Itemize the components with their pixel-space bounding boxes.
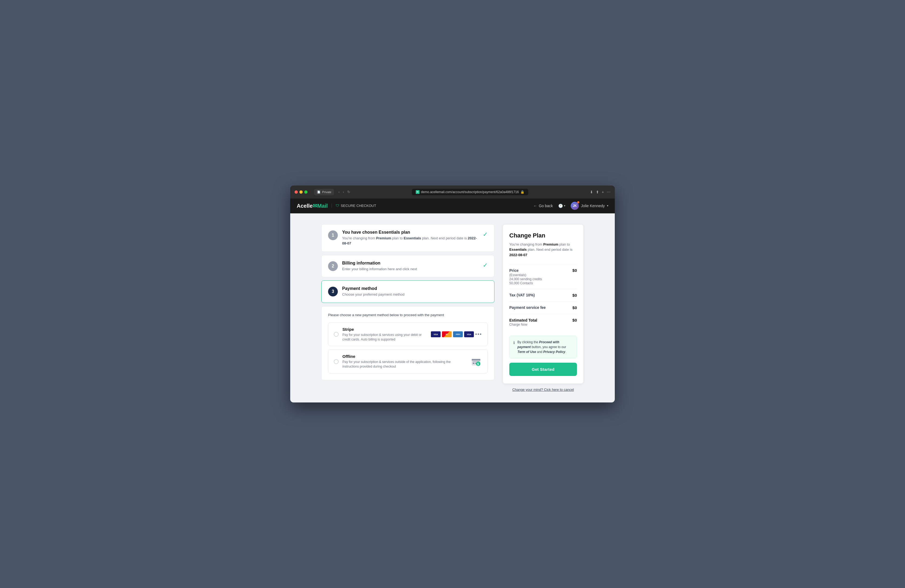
offline-icon-svg: $ [471,356,481,367]
offline-desc: Pay for your subscription & services out… [343,360,466,369]
app-header: Acelle✉Mail 🛡 SECURE CHECKOUT ← Go back … [290,199,615,213]
price-row: Price (Essentials) 24,000 sending credit… [509,264,577,289]
offline-radio[interactable] [334,359,339,364]
step-3-subtitle: Choose your preferred payment method [342,292,487,297]
go-back-button[interactable]: ← Go back [533,203,553,208]
nav-forward[interactable]: › [343,190,344,194]
info-icon: ℹ [513,340,515,354]
secure-checkout-badge: 🛡 SECURE CHECKOUT [332,203,376,208]
visa-card-icon: VISA [431,331,441,337]
step-3-title: Payment method [342,286,487,291]
summary-subtitle: You're changing from Premium plan to Ess… [509,242,577,258]
summary-title: Change Plan [509,232,577,239]
step-3-card: 3 Payment method Choose your preferred p… [321,280,494,303]
offline-info: Offline Pay for your subscription & serv… [343,354,466,369]
share-icon[interactable]: ⬆ [596,190,599,194]
header-right: ← Go back 🕐 ▾ JK Jolie Kennedy ▾ [533,202,608,210]
right-column: Change Plan You're changing from Premium… [503,224,584,392]
step-2-content: Billing information Enter your billing i… [342,261,478,272]
stripe-info: Stripe Pay for your subscription & servi… [343,327,427,342]
estimated-total-label-group: Estimated Total Charge Now [509,318,537,326]
step-2-card: 2 Billing information Enter your billing… [321,255,494,278]
app-logo: Acelle✉Mail 🛡 SECURE CHECKOUT [297,203,376,209]
info-box: ℹ By clicking the Proceed with payment b… [509,336,577,358]
maximize-button[interactable] [304,191,308,194]
step-2-number: 2 [328,261,338,271]
secure-checkout-label: SECURE CHECKOUT [341,203,376,208]
svg-rect-1 [472,359,480,361]
stripe-name: Stripe [343,327,427,332]
card-icons: VISA MC AMEX VISA ••• [431,331,482,337]
tax-value: $0 [572,293,577,297]
tab-favicon: 📄 [317,190,321,194]
history-button[interactable]: 🕐 ▾ [558,203,565,208]
browser-nav-icons: ⬇ ⬆ + ⋯ [590,190,610,194]
tab-label: Private [322,191,331,194]
user-name: Jolie Kennedy [581,203,605,208]
more-cards-icon: ••• [475,332,482,337]
chevron-down-icon: ▾ [564,204,565,207]
tax-row: Tax (VAT 10%) $0 [509,289,577,301]
estimated-total-row: Estimated Total Charge Now $0 [509,314,577,330]
payment-options-card: Please choose a new payment method below… [321,306,494,380]
close-button[interactable] [295,191,298,194]
cancel-link[interactable]: Change your mind? Cick here to cancel [503,388,584,392]
step-2-check-icon: ✓ [483,262,487,269]
minimize-button[interactable] [299,191,303,194]
step-1-check-icon: ✓ [483,231,487,238]
summary-card: Change Plan You're changing from Premium… [503,224,584,384]
logo-text: Acelle✉Mail [297,203,328,209]
browser-titlebar: 📄 Private ‹ › ↻ M demo.acellemail.com/ac… [290,186,615,199]
user-menu[interactable]: JK Jolie Kennedy ▾ [571,202,608,210]
price-value: $0 [572,268,577,273]
url-text: demo.acellemail.com/account/subscription… [421,190,519,194]
step-1-number: 1 [328,230,338,240]
shield-icon: 🛡 [336,203,339,208]
step-1-content: You have chosen Essentials plan You're c… [342,230,478,246]
menu-icon[interactable]: ⋯ [607,190,610,194]
step-3-number: 3 [328,287,338,296]
new-tab-icon[interactable]: + [602,190,604,194]
go-back-label: Go back [539,203,553,208]
step-3-content: Payment method Choose your preferred pay… [342,286,487,297]
clock-icon: 🕐 [558,203,563,208]
address-favicon: M [416,190,419,194]
visa2-card-icon: VISA [464,331,474,337]
info-text: By clicking the Proceed with payment but… [518,340,573,354]
logo-highlight: ✉Mail [313,203,328,209]
tax-label: Tax (VAT 10%) [509,293,535,297]
avatar: JK [571,202,579,210]
left-column: 1 You have chosen Essentials plan You're… [321,224,494,380]
nav-refresh[interactable]: ↻ [347,190,350,194]
address-bar-area: M demo.acellemail.com/account/subscripti… [354,189,587,195]
get-started-button[interactable]: Get Started [509,363,577,376]
svg-rect-2 [473,363,475,364]
address-bar[interactable]: M demo.acellemail.com/account/subscripti… [412,189,529,195]
amex-icon: AMEX [453,331,463,337]
service-fee-value: $0 [572,305,577,310]
secure-lock-icon: 🔒 [521,190,524,194]
traffic-lights [295,191,308,194]
step-1-title: You have chosen Essentials plan [342,230,478,235]
svg-text:$: $ [477,362,479,366]
offline-payment-option[interactable]: Offline Pay for your subscription & serv… [328,350,487,373]
back-arrow-icon: ← [533,203,537,208]
offline-name: Offline [343,354,466,359]
browser-window: 📄 Private ‹ › ↻ M demo.acellemail.com/ac… [290,186,615,403]
step-1-subtitle: You're changing from Premium plan to Ess… [342,235,478,246]
nav-back[interactable]: ‹ [338,190,340,194]
step-1-card: 1 You have chosen Essentials plan You're… [321,224,494,252]
stripe-payment-option[interactable]: Stripe Pay for your subscription & servi… [328,323,487,346]
stripe-desc: Pay for your subscription & services usi… [343,333,427,342]
estimated-total-value: $0 [572,318,577,323]
page-content: 1 You have chosen Essentials plan You're… [290,213,615,403]
downloads-icon[interactable]: ⬇ [590,190,593,194]
service-fee-row: Payment service fee $0 [509,301,577,314]
user-chevron-icon: ▾ [607,204,608,207]
step-2-subtitle: Enter your billing information here and … [342,266,478,272]
mastercard-icon: MC [442,331,452,337]
offline-icon: $ [470,356,482,367]
service-fee-label: Payment service fee [509,305,546,310]
browser-tab[interactable]: 📄 Private [314,189,334,195]
stripe-radio[interactable] [334,332,339,337]
